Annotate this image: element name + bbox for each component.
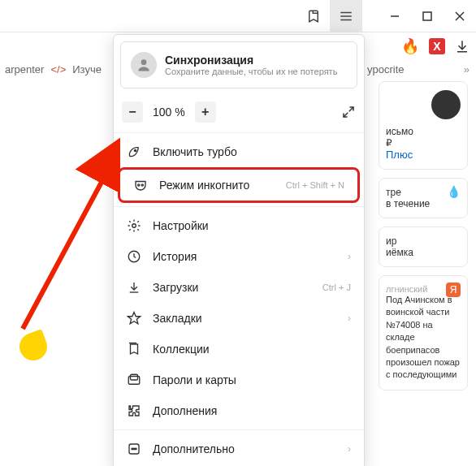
sync-promo[interactable]: Синхронизация Сохраните данные, чтобы их… <box>120 41 357 88</box>
main-menu: Синхронизация Сохраните данные, чтобы их… <box>113 34 365 466</box>
svg-rect-21 <box>131 374 138 380</box>
menu-label: Пароли и карты <box>153 373 236 386</box>
news-badge-icon: Я <box>446 283 461 297</box>
menu-turbo[interactable]: Включить турбо <box>114 136 364 167</box>
menu-label: Включить турбо <box>153 145 237 158</box>
menu-label: Загрузки <box>153 281 198 294</box>
widget-text: в течение <box>386 198 461 209</box>
menu-downloads[interactable]: Загрузки Ctrl + J <box>114 272 364 303</box>
sync-subtitle: Сохраните данные, чтобы их не потерять <box>165 67 337 76</box>
chevron-right-icon: › <box>348 313 351 324</box>
menu-collections[interactable]: Коллекции <box>114 334 364 365</box>
menu-label: Коллекции <box>153 343 210 356</box>
menu-button[interactable] <box>330 0 362 32</box>
widget-text: иёмка <box>386 247 461 258</box>
news-text: Под Ачинском в воинской части №74008 на … <box>386 294 461 382</box>
more-icon <box>127 442 141 456</box>
shortcut-label: Ctrl + Shift + N <box>286 180 344 190</box>
sync-title: Синхронизация <box>165 54 337 67</box>
history-icon <box>127 249 141 264</box>
svg-line-11 <box>349 107 353 111</box>
yandex-logo-fragment <box>15 329 51 365</box>
widget-text: ир <box>386 235 461 247</box>
extension-bar: 🔥 X <box>401 37 470 55</box>
download-icon <box>127 280 141 295</box>
widget-service[interactable]: ир иёмка <box>379 227 468 267</box>
tab-fragment[interactable]: Изуче <box>72 63 102 76</box>
collections-icon <box>127 342 141 356</box>
plus-link[interactable]: Плюс <box>386 149 461 161</box>
menu-label: Закладки <box>153 312 202 325</box>
star-icon <box>127 311 141 326</box>
svg-point-25 <box>136 448 137 450</box>
shortcut-label: Ctrl + J <box>322 283 351 292</box>
window-titlebar <box>0 0 476 32</box>
widget-news[interactable]: Я лгнинский Под Ачинском в воинской част… <box>379 275 468 390</box>
menu-label: История <box>153 250 197 263</box>
svg-line-27 <box>23 175 106 329</box>
card-icon <box>127 373 141 387</box>
zoom-out-button[interactable]: − <box>122 101 143 123</box>
menu-label: Дополнительно <box>153 442 235 455</box>
widget-weather[interactable]: 💧 тре в течение <box>379 178 468 218</box>
menu-addons[interactable]: Дополнения <box>114 395 364 426</box>
zoom-value: 100 % <box>148 106 190 119</box>
chevron-right-icon: › <box>348 251 351 262</box>
tab-fragment[interactable]: ypocrite <box>367 63 405 76</box>
tab-fragment[interactable]: arpenter <box>5 63 44 76</box>
user-photo <box>431 90 461 119</box>
svg-point-15 <box>132 224 136 228</box>
svg-rect-4 <box>423 12 431 20</box>
droplet-icon: 💧 <box>447 185 461 198</box>
fire-icon[interactable]: 🔥 <box>401 37 419 55</box>
menu-label: Дополнения <box>153 404 217 417</box>
puzzle-icon <box>127 403 141 418</box>
menu-history[interactable]: История › <box>114 241 364 272</box>
svg-point-14 <box>141 184 143 186</box>
svg-point-9 <box>141 59 147 65</box>
menu-label: Настройки <box>153 219 209 232</box>
menu-settings[interactable]: Настройки <box>114 210 364 241</box>
menu-bookmarks[interactable]: Закладки › <box>114 303 364 334</box>
gear-icon <box>127 218 141 233</box>
zoom-controls: − 100 % + <box>114 95 364 129</box>
svg-point-12 <box>134 149 136 151</box>
menu-label: Режим инкогнито <box>159 179 249 192</box>
maximize-button[interactable] <box>411 0 444 32</box>
widget-text: исьмо <box>386 126 461 137</box>
menu-incognito[interactable]: Режим инкогнито Ctrl + Shift + N <box>118 167 360 203</box>
svg-point-13 <box>138 184 140 186</box>
minimize-button[interactable] <box>379 0 411 32</box>
xmarks-icon[interactable]: X <box>429 38 445 54</box>
annotation-arrow <box>6 134 120 345</box>
tabs-overflow-icon[interactable]: » <box>464 63 470 76</box>
svg-marker-19 <box>128 313 141 324</box>
close-button[interactable] <box>444 0 476 32</box>
menu-more[interactable]: Дополнительно › <box>114 434 364 464</box>
svg-line-10 <box>344 113 348 117</box>
fullscreen-button[interactable] <box>341 105 356 119</box>
svg-point-23 <box>132 448 133 450</box>
downloads-icon[interactable] <box>455 39 470 54</box>
widget-text: ₽ <box>386 137 461 149</box>
user-avatar-icon <box>131 52 157 78</box>
mask-icon <box>133 178 148 192</box>
zoom-in-button[interactable]: + <box>195 101 216 123</box>
menu-passwords[interactable]: Пароли и карты <box>114 365 364 395</box>
code-icon: </> <box>50 63 66 76</box>
widget-mail[interactable]: исьмо ₽ Плюс <box>379 81 468 170</box>
svg-point-24 <box>133 448 135 450</box>
sidebar-widgets: исьмо ₽ Плюс 💧 тре в течение ир иёмка Я … <box>379 81 468 399</box>
chevron-right-icon: › <box>348 443 351 455</box>
rocket-icon <box>127 145 141 159</box>
bookmark-icon[interactable] <box>297 0 330 32</box>
